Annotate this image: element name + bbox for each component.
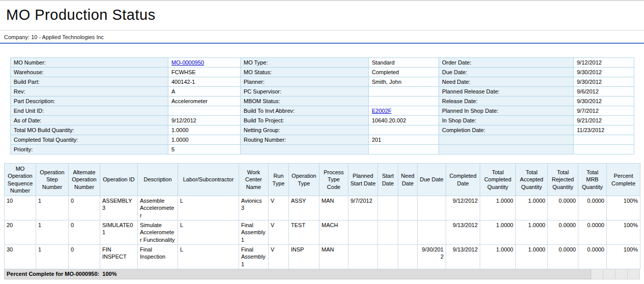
detail-value: Completed <box>369 68 439 77</box>
footer-bar: Percent Complete for MO-0000950: 100% <box>4 269 640 279</box>
ops-cell: 9/13/2012 <box>446 244 480 269</box>
ops-cell: 1.0000 <box>516 244 548 269</box>
ops-cell: TEST <box>289 220 319 245</box>
ops-header-cell: Total Completed Quantity <box>480 164 516 196</box>
detail-value: 9/30/2012 <box>574 68 634 77</box>
ops-header-cell: Alternate Operation Number <box>69 164 100 196</box>
detail-label: In Shop Date: <box>439 116 574 125</box>
detail-value: 5 <box>168 145 241 154</box>
ops-cell: Final Inspection <box>138 244 178 269</box>
operations-table: MO Operation Sequence NumberOperation St… <box>4 163 640 269</box>
ops-cell: 9/13/2012 <box>446 220 480 245</box>
detail-value: 11/23/2012 <box>574 125 634 135</box>
mo-number-link[interactable]: MO-0000950 <box>171 59 204 66</box>
page-header: MO Production Status <box>0 0 644 30</box>
ops-cell: 30 <box>5 244 36 269</box>
ops-header-cell: Work Center Name <box>239 164 269 196</box>
detail-label: Planned Release Date: <box>439 87 574 97</box>
detail-label <box>439 145 574 154</box>
detail-label <box>241 145 369 154</box>
ops-cell: 0.0000 <box>548 220 578 245</box>
ops-cell: V <box>269 244 289 269</box>
ops-cell: 1.0000 <box>480 220 516 245</box>
ops-header-cell: Total MRB Quantity <box>578 164 607 196</box>
ops-cell: 0 <box>69 244 100 269</box>
ops-cell: INSP <box>289 244 319 269</box>
ops-cell: V <box>269 196 289 220</box>
detail-value: 1.0000 <box>168 125 241 135</box>
detail-value <box>369 87 439 97</box>
ops-cell: 0.0000 <box>578 196 607 220</box>
detail-row: Warehouse:FCWHSEMO Status:CompletedDue D… <box>11 68 634 77</box>
ops-header-cell: Process Type Code <box>319 164 348 196</box>
ops-cell: Final Assembly 1 <box>239 244 269 269</box>
ops-cell: 100% <box>607 220 640 245</box>
detail-value <box>574 135 634 145</box>
ops-cell: 0.0000 <box>548 196 578 220</box>
detail-value: 9/21/2012 <box>574 116 634 125</box>
ops-header-cell: Total Accepted Quantity <box>516 164 548 196</box>
detail-label: Build To Invt Abbrev: <box>241 106 369 116</box>
detail-label <box>439 135 574 145</box>
detail-value: 9/7/2012 <box>574 106 634 116</box>
detail-label: Total MO Build Quantity: <box>11 125 168 135</box>
detail-label: Routing Number: <box>241 135 369 145</box>
ops-cell: SIMULATE01 <box>100 220 138 245</box>
detail-label: Part Description: <box>11 97 168 106</box>
ops-cell: Avionics 3 <box>239 196 269 220</box>
ops-row: 2010SIMULATE01Simulate Accelerometer Fun… <box>5 220 640 245</box>
ops-header-cell: Percent Complete <box>607 164 640 196</box>
ops-cell <box>398 244 418 269</box>
detail-row: Total MO Build Quantity:1.0000Netting Gr… <box>11 125 634 135</box>
ops-header-cell: Total Rejected Quantity <box>548 164 578 196</box>
detail-label: Rev: <box>11 87 168 97</box>
ops-cell: MAN <box>319 244 348 269</box>
ops-cell: 100% <box>607 196 640 220</box>
detail-value: 201 <box>369 135 439 145</box>
mo-details-table: MO Number:MO-0000950MO Type:StandardOrde… <box>10 57 634 154</box>
ops-cell: 1.0000 <box>480 196 516 220</box>
detail-row: End Unit ID:Build To Invt Abbrev:E2002FP… <box>11 106 634 116</box>
build-to-invt-abbrev-link[interactable]: E2002F <box>372 108 392 114</box>
detail-label: Warehouse: <box>11 68 168 77</box>
ops-cell: 9/30/2012 <box>418 244 446 269</box>
ops-cell: Assemble Accelerometer <box>138 196 178 220</box>
detail-label: Planner: <box>241 77 369 87</box>
ops-cell: L <box>178 220 239 245</box>
detail-value: 9/12/2012 <box>168 116 241 125</box>
detail-value: 9/12/2012 <box>574 58 634 68</box>
ops-cell: L <box>178 244 239 269</box>
detail-value: Standard <box>369 58 439 68</box>
detail-value: 9/6/2012 <box>574 87 634 97</box>
ops-cell: 100% <box>607 244 640 269</box>
detail-value <box>574 145 634 154</box>
company-bar: Company: 10 - Applied Technologies Inc <box>0 30 644 44</box>
ops-header-cell: Description <box>138 164 178 196</box>
detail-row: Build Part:400142-1Planner:Smith, JohnNe… <box>11 77 634 87</box>
percent-complete-value: 100% <box>102 271 116 277</box>
ops-header-cell: Start Date <box>378 164 398 196</box>
detail-label: MBOM Status: <box>241 97 369 106</box>
ops-cell <box>378 196 398 220</box>
footer-filler-cell <box>591 269 603 279</box>
ops-cell: MACH <box>319 220 348 245</box>
ops-cell: Simulate Accelerometer Functionality <box>138 220 178 245</box>
percent-complete-summary: Percent Complete for MO-0000950: 100% <box>4 269 591 279</box>
footer-filler-cell <box>628 269 640 279</box>
page-title: MO Production Status <box>6 7 640 23</box>
ops-cell: ASSY <box>289 196 319 220</box>
detail-label: MO Status: <box>241 68 369 77</box>
detail-value: 9/30/2012 <box>574 77 634 87</box>
detail-label: Netting Group: <box>241 125 369 135</box>
detail-label: As of Date: <box>11 116 168 125</box>
detail-value: E2002F <box>369 106 439 116</box>
detail-label: Completion Date: <box>439 125 574 135</box>
ops-cell <box>398 220 418 245</box>
detail-row: Priority:5 <box>11 145 634 154</box>
operations-header-row: MO Operation Sequence NumberOperation St… <box>5 164 640 196</box>
ops-cell: V <box>269 220 289 245</box>
detail-value: 400142-1 <box>168 77 241 87</box>
detail-label: MO Number: <box>11 58 168 68</box>
detail-value: 1.0000 <box>168 135 241 145</box>
ops-cell <box>418 220 446 245</box>
